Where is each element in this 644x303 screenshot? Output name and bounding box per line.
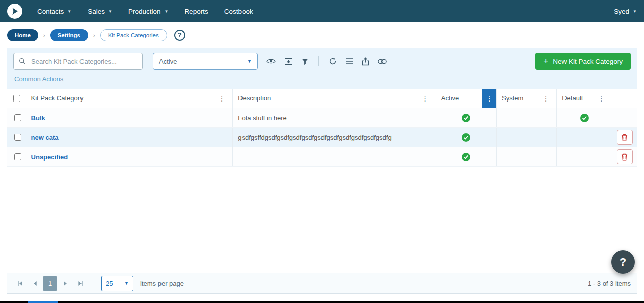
column-header-system[interactable]: System ⋮ — [497, 89, 556, 108]
chevron-down-icon: ▼ — [124, 281, 129, 286]
page-range-label: 1 - 3 of 3 items — [588, 280, 631, 287]
export-icon[interactable] — [362, 57, 369, 66]
nav-item-sales[interactable]: Sales ▼ — [88, 8, 112, 15]
refresh-icon[interactable] — [329, 57, 337, 65]
list-view-icon[interactable] — [345, 58, 353, 65]
search-icon — [19, 58, 26, 65]
trash-icon — [621, 153, 628, 161]
filter-icon[interactable] — [301, 58, 309, 65]
new-kit-pack-category-button[interactable]: + New Kit Pack Category — [535, 53, 631, 70]
previous-page-button[interactable] — [28, 276, 41, 291]
status-filter-dropdown[interactable]: Active ▼ — [153, 53, 258, 70]
table-row: Bulk Lota stuff in here — [7, 108, 637, 128]
help-icon[interactable]: ? — [174, 30, 185, 41]
nav-item-production[interactable]: Production ▼ — [128, 8, 168, 15]
description-text: Lota stuff in here — [238, 114, 287, 122]
next-page-button[interactable] — [59, 276, 72, 291]
first-page-button[interactable] — [13, 276, 26, 291]
column-label: Description — [238, 94, 271, 102]
table-row: new cata gsdfgsffdgsdfgsdfgsdfgsdfgsdfgs… — [7, 128, 637, 147]
breadcrumb-settings[interactable]: Settings — [50, 29, 88, 41]
breadcrumb: Home › Settings › Kit Pack Categories ? — [0, 22, 644, 48]
chevron-down-icon: ▼ — [67, 9, 71, 14]
toolbar-divider — [318, 56, 319, 66]
category-link[interactable]: new cata — [31, 134, 59, 141]
row-checkbox[interactable] — [14, 153, 21, 160]
last-page-button[interactable] — [74, 276, 87, 291]
nav-item-label: Costbook — [224, 8, 253, 15]
column-header-kit-pack-category[interactable]: Kit Pack Category ⋮ — [26, 89, 233, 108]
delete-button[interactable] — [617, 149, 633, 164]
breadcrumb-home[interactable]: Home — [7, 29, 38, 41]
chevron-down-icon: ▼ — [633, 9, 637, 14]
category-link[interactable]: Bulk — [31, 114, 45, 122]
category-link[interactable]: Unspecified — [31, 153, 68, 161]
pagination-bar: 1 25 ▼ items per page 1 - 3 of 3 items — [7, 273, 637, 293]
breadcrumb-separator: › — [43, 32, 45, 38]
nav-item-label: Sales — [88, 8, 105, 15]
chevron-down-icon: ▼ — [247, 59, 252, 64]
active-check-icon — [462, 133, 470, 142]
grid-empty-area — [7, 167, 637, 273]
search-input[interactable] — [30, 57, 137, 66]
column-header-default[interactable]: Default ⋮ — [557, 89, 612, 108]
row-checkbox[interactable] — [14, 114, 21, 121]
table-header-row: Kit Pack Category ⋮ Description ⋮ Active… — [7, 89, 637, 108]
column-menu-icon-active[interactable]: ⋮ — [482, 89, 496, 108]
column-header-actions — [612, 89, 637, 108]
app-logo[interactable] — [7, 4, 22, 19]
search-box[interactable] — [13, 53, 143, 70]
table-row: Unspecified — [7, 147, 637, 167]
toolbar-icons — [266, 56, 387, 66]
nav-item-label: Production — [128, 8, 161, 15]
default-check-icon — [580, 114, 589, 122]
user-menu[interactable]: Syed ▼ — [614, 8, 637, 15]
description-text: gsdfgsffdgsdfgsdfgsdfgsdfgsdfgsdfgsdfgsd… — [238, 134, 391, 141]
trash-icon — [621, 134, 628, 141]
link-icon[interactable] — [378, 59, 387, 64]
select-all-checkbox[interactable] — [13, 95, 20, 102]
current-page-button[interactable]: 1 — [43, 276, 57, 291]
app-logo-icon — [10, 7, 19, 16]
new-button-label: New Kit Pack Category — [553, 58, 623, 65]
nav-item-reports[interactable]: Reports — [184, 8, 208, 15]
breadcrumb-kit-pack-categories[interactable]: Kit Pack Categories — [100, 29, 167, 41]
grid-toolbar: Active ▼ — [7, 48, 637, 73]
column-menu-icon[interactable]: ⋮ — [596, 94, 607, 103]
nav-item-contacts[interactable]: Contacts ▼ — [37, 8, 71, 15]
breadcrumb-separator: › — [93, 32, 95, 38]
row-checkbox[interactable] — [14, 134, 21, 141]
toolbar-band: Active ▼ — [7, 48, 637, 89]
nav-item-label: Contacts — [37, 8, 64, 15]
nav-item-label: Reports — [184, 8, 208, 15]
page-size-value: 25 — [106, 280, 113, 287]
column-menu-icon[interactable]: ⋮ — [216, 94, 227, 103]
plus-icon: + — [543, 56, 548, 66]
chevron-down-icon: ▼ — [108, 9, 112, 14]
status-filter-value: Active — [159, 58, 177, 65]
top-navigation: Contacts ▼ Sales ▼ Production ▼ Reports … — [0, 0, 644, 22]
floating-help-button[interactable]: ? — [611, 250, 635, 274]
nav-item-costbook[interactable]: Costbook — [224, 8, 253, 15]
column-label: Kit Pack Category — [31, 94, 84, 102]
column-label: Default — [562, 94, 583, 102]
insert-rows-icon[interactable] — [284, 57, 293, 66]
column-label: Active — [441, 94, 459, 102]
eye-icon[interactable] — [266, 58, 276, 65]
active-check-icon — [462, 153, 470, 161]
items-per-page-label: items per page — [140, 280, 184, 287]
column-header-active[interactable]: Active ⋮ — [436, 89, 496, 108]
chevron-down-icon: ▼ — [164, 9, 168, 14]
active-check-icon — [462, 114, 470, 122]
column-menu-icon[interactable]: ⋮ — [420, 94, 431, 103]
column-header-description[interactable]: Description ⋮ — [233, 89, 436, 108]
common-actions-link[interactable]: Common Actions — [7, 73, 637, 89]
delete-button[interactable] — [617, 130, 633, 145]
column-menu-icon[interactable]: ⋮ — [540, 94, 551, 103]
page-size-dropdown[interactable]: 25 ▼ — [101, 276, 133, 291]
main-content: Active ▼ — [7, 48, 637, 294]
column-label: System — [502, 94, 523, 102]
user-name: Syed — [614, 8, 629, 15]
kit-pack-categories-table: Kit Pack Category ⋮ Description ⋮ Active… — [7, 89, 637, 167]
